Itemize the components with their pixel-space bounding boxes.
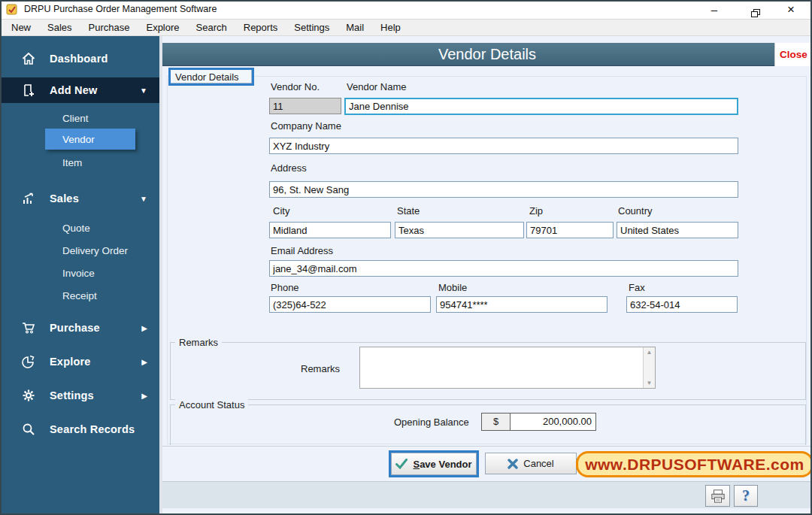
sales-chart-icon (21, 191, 36, 206)
sidebar-item-explore[interactable]: Explore ▶ (0, 350, 159, 374)
menu-item-help[interactable]: Help (372, 20, 409, 35)
sidebar-item-purchase[interactable]: Purchase ▶ (0, 316, 159, 340)
restore-icon[interactable] (741, 0, 771, 20)
menu-item-search[interactable]: Search (188, 20, 235, 35)
check-icon (395, 459, 408, 469)
state-label: State (397, 205, 420, 217)
sidebar-label-dashboard: Dashboard (50, 53, 108, 65)
gear-icon (21, 388, 36, 403)
city-field[interactable] (269, 222, 391, 238)
email-field[interactable] (269, 260, 738, 277)
title-bar: DRPU Purchase Order Management Software … (0, 0, 812, 20)
remarks-area: ▲ ▼ (359, 347, 656, 389)
help-button[interactable]: ? (734, 485, 758, 507)
watermark-banner: www.DRPUSOFTWARE.com (576, 451, 812, 477)
sidebar-label-add-new: Add New (50, 84, 97, 96)
menu-bar: New Sales Purchase Explore Search Report… (0, 20, 812, 36)
close-button[interactable]: Close (774, 43, 812, 66)
state-field[interactable] (395, 222, 524, 238)
city-label: City (273, 205, 289, 217)
scroll-down-icon[interactable]: ▼ (647, 380, 653, 386)
address-label: Address (271, 162, 307, 174)
sidebar-item-receipt[interactable]: Receipt (0, 286, 159, 305)
menu-item-explore[interactable]: Explore (138, 20, 187, 35)
app-window: DRPU Purchase Order Management Software … (0, 0, 812, 515)
printer-icon (710, 489, 726, 504)
sidebar-item-delivery-order[interactable]: Delivery Order (0, 241, 159, 260)
sidebar-label-sales: Sales (50, 192, 79, 204)
zip-label: Zip (529, 205, 543, 217)
sidebar-label-vendor: Vendor (62, 134, 95, 145)
sidebar-label-receipt: Receipt (62, 290, 97, 301)
app-icon (6, 4, 18, 16)
address-field[interactable] (269, 181, 738, 198)
shopping-cart-icon (21, 320, 36, 335)
menu-item-sales[interactable]: Sales (39, 20, 80, 35)
print-button[interactable] (705, 485, 730, 507)
sidebar-item-add-new[interactable]: Add New ▼ (0, 77, 159, 103)
sidebar-label-purchase: Purchase (50, 322, 100, 334)
main-panel: Vendor Details Close Vendor Details Vend… (162, 36, 812, 515)
page-title: Vendor Details (162, 43, 812, 66)
remarks-field-label: Remarks (301, 363, 340, 374)
country-label: Country (618, 205, 653, 217)
sidebar-item-item[interactable]: Item (0, 153, 159, 172)
save-vendor-button[interactable]: Save Vendor (391, 453, 477, 475)
sidebar-item-dashboard[interactable]: Dashboard (0, 47, 159, 71)
chevron-down-icon: ▼ (140, 195, 147, 203)
remarks-scrollbar[interactable]: ▲ ▼ (643, 347, 655, 388)
sidebar-item-client[interactable]: Client (0, 108, 159, 128)
menu-item-reports[interactable]: Reports (235, 20, 286, 35)
remarks-textarea[interactable] (360, 347, 642, 388)
company-name-field[interactable] (269, 138, 738, 154)
tab-vendor-details[interactable]: Vendor Details (168, 68, 254, 86)
sidebar-label-invoice: Invoice (62, 268, 95, 279)
currency-symbol: $ (482, 414, 511, 430)
pie-chart-icon (21, 354, 36, 369)
sidebar-label-delivery-order: Delivery Order (62, 245, 128, 256)
sidebar: Dashboard Add New ▼ Client Vendor Item (0, 36, 159, 515)
menu-item-mail[interactable]: Mail (338, 20, 372, 35)
vendor-no-field (269, 98, 341, 114)
close-window-icon[interactable]: × (776, 0, 806, 20)
phone-field[interactable] (269, 296, 431, 313)
zip-field[interactable] (526, 222, 614, 238)
phone-label: Phone (271, 282, 299, 293)
vendor-name-label: Vendor Name (347, 81, 407, 92)
mobile-field[interactable] (436, 296, 607, 313)
search-icon (21, 422, 36, 437)
sidebar-item-invoice[interactable]: Invoice (0, 263, 159, 283)
sidebar-item-vendor[interactable]: Vendor (45, 129, 135, 150)
opening-balance-value[interactable]: 200,000.00 (511, 414, 595, 430)
bottom-bar: ? (162, 481, 812, 508)
sidebar-item-quote[interactable]: Quote (0, 218, 159, 238)
button-row-separator (162, 446, 812, 447)
x-icon (508, 459, 518, 469)
chevron-right-icon: ▶ (141, 358, 147, 366)
sidebar-label-search-records: Search Records (50, 423, 135, 435)
sidebar-item-settings[interactable]: Settings ▶ (0, 383, 159, 407)
menu-item-settings[interactable]: Settings (286, 20, 338, 35)
sidebar-item-sales[interactable]: Sales ▼ (0, 186, 159, 211)
cancel-button[interactable]: Cancel (485, 453, 577, 474)
vendor-no-label: Vendor No. (271, 81, 320, 92)
menu-item-purchase[interactable]: Purchase (80, 20, 138, 35)
chevron-right-icon: ▶ (141, 392, 147, 400)
chevron-right-icon: ▶ (141, 324, 147, 332)
vendor-name-field[interactable] (344, 98, 738, 115)
sidebar-item-search-records[interactable]: Search Records (0, 417, 159, 441)
menu-item-new[interactable]: New (3, 20, 39, 35)
scroll-up-icon[interactable]: ▲ (647, 349, 653, 356)
country-field[interactable] (617, 222, 738, 238)
home-icon (21, 51, 36, 66)
minimize-icon[interactable]: – (699, 0, 729, 20)
cancel-label: Cancel (523, 458, 553, 469)
fax-field[interactable] (626, 296, 738, 313)
opening-balance-label: Opening Balance (394, 417, 469, 428)
sidebar-label-client: Client (62, 113, 89, 124)
help-icon: ? (742, 487, 750, 504)
save-vendor-label: Save Vendor (413, 459, 471, 470)
restore-glyph (751, 9, 760, 18)
mobile-label: Mobile (438, 282, 467, 293)
chevron-down-icon: ▼ (140, 86, 147, 95)
